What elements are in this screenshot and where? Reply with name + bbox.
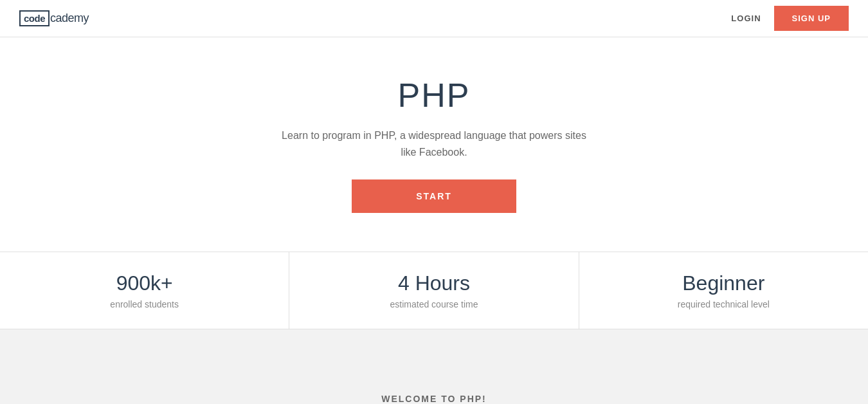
stat-enrolled-value: 900k+	[116, 271, 173, 295]
stat-level-value: Beginner	[682, 271, 764, 295]
stat-enrolled: 900k+ enrolled students	[0, 252, 289, 329]
stat-hours: 4 Hours estimated course time	[289, 252, 579, 329]
welcome-section: WELCOME TO PHP!	[0, 329, 868, 404]
logo: codecademy	[19, 10, 89, 26]
chevron-down-icon	[408, 0, 460, 23]
login-button[interactable]: LOGIN	[731, 14, 761, 23]
signup-button[interactable]: SIGN UP	[774, 6, 849, 31]
course-description: Learn to program in PHP, a widespread la…	[273, 127, 595, 160]
course-title: PHP	[398, 76, 471, 115]
hero-section: PHP Learn to program in PHP, a widesprea…	[0, 37, 868, 252]
stat-enrolled-label: enrolled students	[110, 299, 179, 309]
welcome-title: WELCOME TO PHP!	[381, 394, 487, 404]
logo-academy: cademy	[50, 12, 89, 25]
stats-section: 900k+ enrolled students 4 Hours estimate…	[0, 252, 868, 329]
header-nav: LOGIN SIGN UP	[731, 6, 849, 31]
stat-level: Beginner required technical level	[579, 252, 868, 329]
stat-hours-value: 4 Hours	[398, 271, 470, 295]
stat-hours-label: estimated course time	[390, 299, 478, 309]
start-button[interactable]: START	[352, 179, 516, 213]
stat-level-label: required technical level	[678, 299, 770, 309]
logo-code: code	[19, 10, 50, 26]
